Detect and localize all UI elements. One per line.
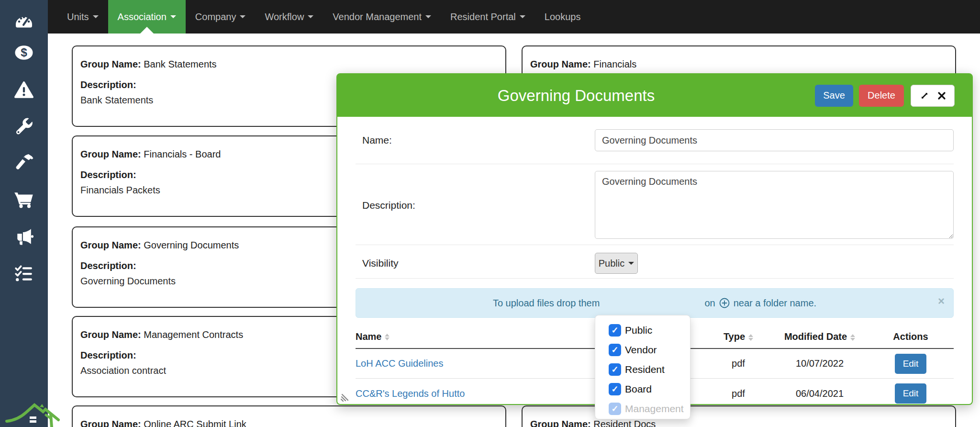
group-name-label: Group Name: [80,329,141,340]
visibility-option-vendor[interactable]: Vendor [595,340,690,360]
nav-item-lookups[interactable]: Lookups [535,0,590,34]
close-button[interactable] [937,91,946,100]
nav-item-association[interactable]: Association [108,0,186,34]
caret-down-icon [520,15,525,18]
nav-item-company[interactable]: Company [186,0,256,34]
plus-circle-icon [719,297,730,309]
visibility-option-public[interactable]: Public [595,320,690,340]
column-header-type[interactable]: Type [705,331,772,342]
sidebar-item-maintenance[interactable] [0,113,48,140]
document-modified-date: 06/04/2021 [772,388,868,399]
sidebar-item-alerts[interactable] [0,77,48,103]
group-name-value: Management Contracts [144,329,243,340]
group-name-value: Financials [593,59,636,69]
caret-down-icon [425,15,431,18]
visibility-option-resident[interactable]: Resident [595,360,690,379]
document-link[interactable]: CC&R's Legends of Hutto [356,388,465,399]
name-field-row: Name: [356,117,954,164]
visibility-dropdown-panel: Public Vendor Resident Board Management [595,315,690,419]
close-icon [937,91,946,100]
alert-close-button[interactable]: × [938,295,945,307]
edit-button[interactable]: Edit [895,383,926,404]
nav-item-label: Workflow [265,11,304,22]
window-controls [911,85,955,107]
document-link[interactable]: LoH ACC Guidelines [356,358,443,369]
group-name-value: Online ARC Submit Link [144,419,246,427]
caret-down-icon [240,15,245,18]
sort-icon [748,334,753,341]
top-nav: Units Association Company Workflow Vendo… [48,0,980,34]
column-header-modified-date[interactable]: Modified Date [772,331,868,342]
expand-icon [919,90,930,101]
visibility-selected-value: Public [599,258,624,269]
document-type: pdf [705,358,772,369]
expand-button[interactable] [919,90,930,101]
visibility-label: Visibility [356,253,595,269]
modal-body: Name: Description: Governing Documents V… [337,117,972,405]
group-name-label: Group Name: [80,240,141,250]
group-card-online-arc: Group Name: Online ARC Submit Link [72,405,506,427]
description-textarea[interactable]: Governing Documents [595,171,954,239]
nav-item-label: Vendor Management [333,11,422,22]
group-name-label: Group Name: [80,59,141,69]
sidebar-item-billing[interactable]: $ [0,39,48,66]
nav-item-label: Resident Portal [450,11,516,22]
brand-logo-icon [5,400,72,427]
document-type: pdf [705,388,772,399]
sidebar: $ [0,0,48,427]
description-label: Description: [356,171,595,239]
caret-down-icon [93,15,99,18]
checkbox-checked-icon[interactable] [609,363,621,376]
edit-button[interactable]: Edit [895,354,926,374]
group-name-label: Group Name: [530,59,591,69]
column-header-actions: Actions [868,331,954,342]
warning-icon [13,80,34,100]
nav-item-vendor-management[interactable]: Vendor Management [323,0,441,34]
checkbox-checked-disabled-icon [609,403,621,415]
save-button[interactable]: Save [815,85,853,107]
hammer-icon [14,153,34,172]
tasks-icon [13,264,34,282]
checkbox-checked-icon[interactable] [609,383,621,395]
alert-text-mid: on [704,298,715,309]
caret-down-icon [308,15,313,18]
nav-item-workflow[interactable]: Workflow [255,0,323,34]
document-modified-date: 10/07/2022 [772,358,868,369]
group-name-value: Governing Documents [144,240,239,250]
visibility-field-row: Visibility Public [356,245,954,279]
sort-icon [385,334,390,340]
checkbox-checked-icon[interactable] [609,324,621,337]
group-name-value: Bank Statements [144,59,216,69]
visibility-option-board[interactable]: Board [595,379,690,399]
nav-item-units[interactable]: Units [57,0,108,34]
alert-text-right: near a folder name. [734,298,816,309]
shopping-cart-icon [13,191,34,209]
group-name-label: Group Name: [530,419,591,427]
sidebar-item-tasks[interactable] [0,260,48,287]
sort-icon [850,334,855,341]
nav-item-label: Lookups [545,11,581,22]
nav-item-resident-portal[interactable]: Resident Portal [441,0,535,34]
resize-grip-handle[interactable] [340,392,351,402]
visibility-dropdown-button[interactable]: Public [595,253,638,274]
checkbox-checked-icon[interactable] [609,344,621,356]
caret-down-icon [628,262,634,265]
group-name-value: Resident Docs [593,419,656,427]
group-name-value: Financials - Board [144,149,221,159]
delete-button[interactable]: Delete [859,85,904,107]
dashboard-icon [13,11,35,30]
nav-item-label: Units [67,11,89,22]
visibility-option-management: Management [595,399,690,418]
nav-item-label: Company [195,11,236,22]
alert-text-left: To upload files drop them [493,298,600,309]
svg-text:$: $ [21,46,27,59]
sidebar-item-announcements[interactable] [0,223,48,250]
sidebar-item-projects[interactable] [0,149,48,176]
name-input[interactable] [595,129,954,151]
sidebar-item-dashboard[interactable] [0,7,48,34]
group-name-label: Group Name: [80,149,141,159]
name-label: Name: [356,135,595,146]
description-field-row: Description: Governing Documents [356,164,954,245]
sidebar-item-purchasing[interactable] [0,186,48,213]
governing-documents-modal: Governing Documents Save Delete Name: [336,73,973,405]
